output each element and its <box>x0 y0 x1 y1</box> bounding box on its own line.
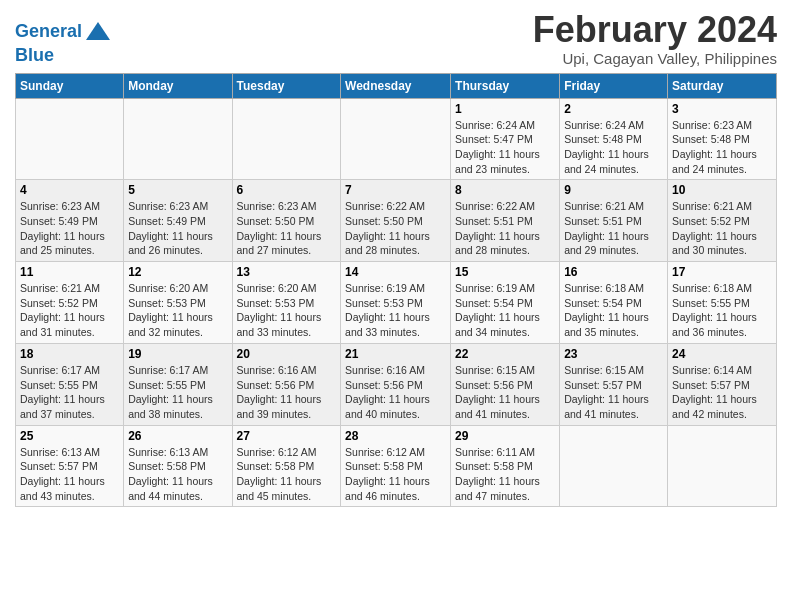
day-info: Sunrise: 6:24 AM Sunset: 5:47 PM Dayligh… <box>455 118 555 177</box>
calendar-cell: 16Sunrise: 6:18 AM Sunset: 5:54 PM Dayli… <box>560 262 668 344</box>
day-number: 28 <box>345 429 446 443</box>
day-number: 16 <box>564 265 663 279</box>
day-number: 24 <box>672 347 772 361</box>
day-info: Sunrise: 6:16 AM Sunset: 5:56 PM Dayligh… <box>345 363 446 422</box>
day-info: Sunrise: 6:12 AM Sunset: 5:58 PM Dayligh… <box>237 445 337 504</box>
day-info: Sunrise: 6:24 AM Sunset: 5:48 PM Dayligh… <box>564 118 663 177</box>
calendar-cell: 22Sunrise: 6:15 AM Sunset: 5:56 PM Dayli… <box>451 343 560 425</box>
day-number: 11 <box>20 265 119 279</box>
day-number: 17 <box>672 265 772 279</box>
day-number: 18 <box>20 347 119 361</box>
calendar-cell: 11Sunrise: 6:21 AM Sunset: 5:52 PM Dayli… <box>16 262 124 344</box>
logo: General Blue <box>15 18 112 66</box>
day-number: 25 <box>20 429 119 443</box>
calendar-week-row: 1Sunrise: 6:24 AM Sunset: 5:47 PM Daylig… <box>16 98 777 180</box>
day-header-monday: Monday <box>124 73 232 98</box>
day-info: Sunrise: 6:18 AM Sunset: 5:55 PM Dayligh… <box>672 281 772 340</box>
day-header-friday: Friday <box>560 73 668 98</box>
calendar-cell: 10Sunrise: 6:21 AM Sunset: 5:52 PM Dayli… <box>668 180 777 262</box>
day-number: 4 <box>20 183 119 197</box>
calendar-cell: 15Sunrise: 6:19 AM Sunset: 5:54 PM Dayli… <box>451 262 560 344</box>
calendar-cell: 14Sunrise: 6:19 AM Sunset: 5:53 PM Dayli… <box>341 262 451 344</box>
day-number: 15 <box>455 265 555 279</box>
day-number: 9 <box>564 183 663 197</box>
day-info: Sunrise: 6:22 AM Sunset: 5:50 PM Dayligh… <box>345 199 446 258</box>
logo-line2: Blue <box>15 46 112 66</box>
calendar-cell: 25Sunrise: 6:13 AM Sunset: 5:57 PM Dayli… <box>16 425 124 507</box>
day-number: 20 <box>237 347 337 361</box>
calendar-cell <box>341 98 451 180</box>
day-number: 3 <box>672 102 772 116</box>
day-info: Sunrise: 6:22 AM Sunset: 5:51 PM Dayligh… <box>455 199 555 258</box>
day-info: Sunrise: 6:19 AM Sunset: 5:53 PM Dayligh… <box>345 281 446 340</box>
day-number: 7 <box>345 183 446 197</box>
calendar-cell: 17Sunrise: 6:18 AM Sunset: 5:55 PM Dayli… <box>668 262 777 344</box>
day-info: Sunrise: 6:11 AM Sunset: 5:58 PM Dayligh… <box>455 445 555 504</box>
header: General Blue February 2024 Upi, Cagayan … <box>15 10 777 67</box>
page-title: February 2024 <box>533 10 777 50</box>
day-info: Sunrise: 6:23 AM Sunset: 5:49 PM Dayligh… <box>20 199 119 258</box>
calendar-week-row: 25Sunrise: 6:13 AM Sunset: 5:57 PM Dayli… <box>16 425 777 507</box>
calendar-cell: 7Sunrise: 6:22 AM Sunset: 5:50 PM Daylig… <box>341 180 451 262</box>
calendar-cell <box>124 98 232 180</box>
calendar-cell: 5Sunrise: 6:23 AM Sunset: 5:49 PM Daylig… <box>124 180 232 262</box>
calendar-cell: 8Sunrise: 6:22 AM Sunset: 5:51 PM Daylig… <box>451 180 560 262</box>
calendar-table: SundayMondayTuesdayWednesdayThursdayFrid… <box>15 73 777 508</box>
calendar-cell: 21Sunrise: 6:16 AM Sunset: 5:56 PM Dayli… <box>341 343 451 425</box>
day-info: Sunrise: 6:12 AM Sunset: 5:58 PM Dayligh… <box>345 445 446 504</box>
calendar-cell: 23Sunrise: 6:15 AM Sunset: 5:57 PM Dayli… <box>560 343 668 425</box>
day-number: 12 <box>128 265 227 279</box>
calendar-cell: 24Sunrise: 6:14 AM Sunset: 5:57 PM Dayli… <box>668 343 777 425</box>
day-number: 14 <box>345 265 446 279</box>
day-info: Sunrise: 6:15 AM Sunset: 5:56 PM Dayligh… <box>455 363 555 422</box>
day-info: Sunrise: 6:17 AM Sunset: 5:55 PM Dayligh… <box>128 363 227 422</box>
day-info: Sunrise: 6:15 AM Sunset: 5:57 PM Dayligh… <box>564 363 663 422</box>
day-header-thursday: Thursday <box>451 73 560 98</box>
day-header-tuesday: Tuesday <box>232 73 341 98</box>
day-number: 29 <box>455 429 555 443</box>
calendar-cell: 26Sunrise: 6:13 AM Sunset: 5:58 PM Dayli… <box>124 425 232 507</box>
calendar-cell <box>668 425 777 507</box>
day-number: 19 <box>128 347 227 361</box>
calendar-cell: 6Sunrise: 6:23 AM Sunset: 5:50 PM Daylig… <box>232 180 341 262</box>
day-info: Sunrise: 6:17 AM Sunset: 5:55 PM Dayligh… <box>20 363 119 422</box>
logo-line1: General <box>15 18 112 46</box>
day-header-saturday: Saturday <box>668 73 777 98</box>
day-info: Sunrise: 6:21 AM Sunset: 5:51 PM Dayligh… <box>564 199 663 258</box>
calendar-header-row: SundayMondayTuesdayWednesdayThursdayFrid… <box>16 73 777 98</box>
day-info: Sunrise: 6:21 AM Sunset: 5:52 PM Dayligh… <box>672 199 772 258</box>
calendar-cell <box>232 98 341 180</box>
calendar-cell: 9Sunrise: 6:21 AM Sunset: 5:51 PM Daylig… <box>560 180 668 262</box>
day-info: Sunrise: 6:21 AM Sunset: 5:52 PM Dayligh… <box>20 281 119 340</box>
calendar-cell: 29Sunrise: 6:11 AM Sunset: 5:58 PM Dayli… <box>451 425 560 507</box>
calendar-cell: 20Sunrise: 6:16 AM Sunset: 5:56 PM Dayli… <box>232 343 341 425</box>
calendar-cell: 28Sunrise: 6:12 AM Sunset: 5:58 PM Dayli… <box>341 425 451 507</box>
calendar-week-row: 11Sunrise: 6:21 AM Sunset: 5:52 PM Dayli… <box>16 262 777 344</box>
calendar-cell: 13Sunrise: 6:20 AM Sunset: 5:53 PM Dayli… <box>232 262 341 344</box>
day-number: 10 <box>672 183 772 197</box>
day-number: 6 <box>237 183 337 197</box>
day-number: 13 <box>237 265 337 279</box>
day-number: 27 <box>237 429 337 443</box>
page-subtitle: Upi, Cagayan Valley, Philippines <box>533 50 777 67</box>
day-info: Sunrise: 6:18 AM Sunset: 5:54 PM Dayligh… <box>564 281 663 340</box>
day-info: Sunrise: 6:20 AM Sunset: 5:53 PM Dayligh… <box>237 281 337 340</box>
day-header-wednesday: Wednesday <box>341 73 451 98</box>
day-number: 2 <box>564 102 663 116</box>
calendar-week-row: 4Sunrise: 6:23 AM Sunset: 5:49 PM Daylig… <box>16 180 777 262</box>
calendar-cell: 19Sunrise: 6:17 AM Sunset: 5:55 PM Dayli… <box>124 343 232 425</box>
day-number: 22 <box>455 347 555 361</box>
day-info: Sunrise: 6:14 AM Sunset: 5:57 PM Dayligh… <box>672 363 772 422</box>
day-number: 23 <box>564 347 663 361</box>
day-info: Sunrise: 6:23 AM Sunset: 5:49 PM Dayligh… <box>128 199 227 258</box>
calendar-cell: 27Sunrise: 6:12 AM Sunset: 5:58 PM Dayli… <box>232 425 341 507</box>
day-info: Sunrise: 6:23 AM Sunset: 5:48 PM Dayligh… <box>672 118 772 177</box>
day-info: Sunrise: 6:13 AM Sunset: 5:58 PM Dayligh… <box>128 445 227 504</box>
day-header-sunday: Sunday <box>16 73 124 98</box>
calendar-cell <box>560 425 668 507</box>
calendar-week-row: 18Sunrise: 6:17 AM Sunset: 5:55 PM Dayli… <box>16 343 777 425</box>
day-number: 8 <box>455 183 555 197</box>
calendar-cell: 3Sunrise: 6:23 AM Sunset: 5:48 PM Daylig… <box>668 98 777 180</box>
calendar-cell: 2Sunrise: 6:24 AM Sunset: 5:48 PM Daylig… <box>560 98 668 180</box>
day-number: 21 <box>345 347 446 361</box>
